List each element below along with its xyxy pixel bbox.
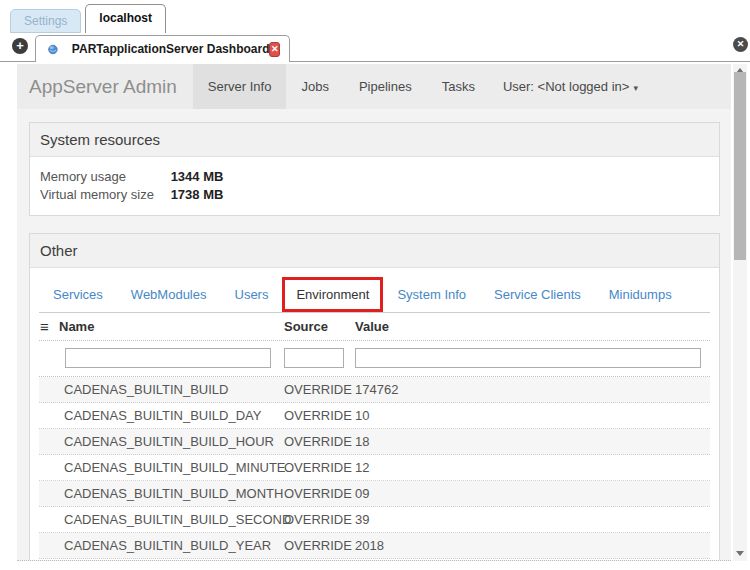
cell-source: OVERRIDE — [284, 533, 352, 558]
scrollbar-thumb[interactable] — [734, 72, 746, 260]
new-tab-button[interactable]: + — [12, 38, 28, 54]
cell-name: CADENAS_BUILTIN_BUILD_YEAR — [64, 533, 271, 558]
cell-source: OVERRIDE — [284, 403, 352, 428]
name-filter-input[interactable] — [65, 348, 271, 368]
cell-value: 2018 — [355, 533, 384, 558]
system-resources-body: Memory usage 1344 MB Virtual memory size… — [30, 157, 719, 215]
chevron-down-icon: ▾ — [633, 83, 638, 93]
nav-item[interactable]: Jobs — [286, 64, 343, 109]
cell-name: CADENAS_BUILTIN_BUILD_MINUTE — [64, 455, 286, 480]
table-row[interactable]: CADENAS_BUILTIN_BUILD_YEAR OVERRIDE 2018 — [39, 533, 710, 559]
other-subtabs: Services WebModules Users Environment Sy… — [39, 277, 710, 313]
admin-header: AppServer Admin Server Info Jobs Pipelin… — [17, 64, 731, 109]
cell-value: 39 — [355, 507, 369, 532]
cell-source: OVERRIDE — [284, 559, 352, 561]
content-area: AppServer Admin Server Info Jobs Pipelin… — [0, 62, 750, 569]
table-row[interactable]: CADENAS_BUILTIN_BUILD_MONTH OVERRIDE 09 — [39, 481, 710, 507]
source-filter-input[interactable] — [284, 348, 344, 368]
nav-item[interactable]: Tasks — [427, 64, 490, 109]
cell-value: 18 — [355, 429, 369, 454]
cell-name: CADENAS_BUILTIN_BUILD_HOUR — [64, 429, 274, 454]
column-header-value[interactable]: Value — [355, 313, 389, 340]
table-row[interactable]: CADENAS_BUILTIN_BUILD_MINUTE OVERRIDE 12 — [39, 455, 710, 481]
resource-label: Virtual memory size — [40, 186, 167, 204]
subtab[interactable]: Environment — [282, 277, 383, 312]
tab-close-icon[interactable]: ✕ — [269, 42, 280, 57]
window-tab[interactable]: Settings — [10, 9, 81, 33]
cell-source: OVERRIDE — [284, 429, 352, 454]
subtab[interactable]: System Info — [383, 277, 480, 312]
scroll-down-icon[interactable] — [736, 551, 744, 556]
dashboard-page: AppServer Admin Server Info Jobs Pipelin… — [17, 64, 731, 561]
cell-name: CADENAS_BUILTIN_BUILD — [64, 377, 228, 402]
other-panel-title: Other — [30, 234, 719, 268]
close-icon[interactable]: ✕ — [733, 37, 748, 52]
dashboard-tab-title: PARTapplicationServer Dashboard — [72, 42, 270, 56]
cell-name: CADENAS_BUILTIN_BUILD_SECOND — [64, 507, 291, 532]
cell-source: OVERRIDE — [284, 507, 352, 532]
globe-icon — [48, 42, 58, 57]
subtab[interactable]: Users — [221, 277, 283, 312]
subtab[interactable]: WebModules — [117, 277, 221, 312]
filter-row — [39, 341, 710, 377]
app-title: AppServer Admin — [29, 76, 177, 98]
cell-value: 174762 — [355, 377, 398, 402]
subtab[interactable]: Service Clients — [480, 277, 595, 312]
window-tab[interactable]: localhost — [85, 4, 166, 33]
user-menu[interactable]: User: <Not logged in>▾ — [503, 64, 638, 109]
system-resources-panel: System resources Memory usage 1344 MB Vi… — [29, 122, 720, 216]
user-menu-label: User: <Not logged in> — [503, 79, 629, 94]
other-panel-body: Services WebModules Users Environment Sy… — [30, 268, 719, 561]
resource-row: Virtual memory size 1738 MB — [40, 186, 709, 204]
cell-source: OVERRIDE — [284, 455, 352, 480]
cell-value: 10 — [355, 403, 369, 428]
resource-value: 1344 MB — [171, 169, 224, 184]
table-row[interactable]: CADENAS_BUILTIN_BUILD_SECOND OVERRIDE 39 — [39, 507, 710, 533]
cell-name: CADENAS_BUILTIN_BUILD_DAY — [64, 403, 261, 428]
resource-label: Memory usage — [40, 168, 167, 186]
screen: Settings localhost + PARTapplicationServ… — [0, 0, 750, 570]
system-resources-title: System resources — [30, 123, 719, 157]
cell-value: 09 — [355, 481, 369, 506]
value-filter-input[interactable] — [355, 348, 701, 368]
environment-table: CADENAS_BUILTIN_BUILD OVERRIDE 174762 CA… — [39, 377, 710, 561]
table-row[interactable]: CADENAS_BUILTIN_BUILD OVERRIDE 174762 — [39, 377, 710, 403]
window-tab-bar: Settings localhost — [0, 0, 750, 33]
vertical-scrollbar[interactable] — [733, 64, 747, 561]
cell-value: 12 — [355, 455, 369, 480]
table-header-row: ≡ Name Source Value — [39, 313, 710, 341]
cell-name: CADENAS_BUILTIN_BUILD_MONTH — [64, 481, 283, 506]
table-row[interactable]: CADENAS_BUILTIN_VER_MAJOR OVERRIDE 11 — [39, 559, 710, 561]
subtab[interactable]: Services — [39, 277, 117, 312]
table-row[interactable]: CADENAS_BUILTIN_BUILD_DAY OVERRIDE 10 — [39, 403, 710, 429]
cell-source: OVERRIDE — [284, 377, 352, 402]
column-header-name[interactable]: Name — [59, 313, 94, 340]
dashboard-tab[interactable]: PARTapplicationServer Dashboard ✕ — [35, 35, 290, 62]
plus-icon: + — [16, 38, 24, 53]
resource-row: Memory usage 1344 MB — [40, 168, 709, 186]
cell-name: CADENAS_BUILTIN_VER_MAJOR — [64, 559, 270, 561]
nav-item[interactable]: Pipelines — [344, 64, 427, 109]
main-nav: Server Info Jobs Pipelines Tasks — [193, 64, 490, 109]
cell-source: OVERRIDE — [284, 481, 352, 506]
table-row[interactable]: CADENAS_BUILTIN_BUILD_HOUR OVERRIDE 18 — [39, 429, 710, 455]
subtab[interactable]: Minidumps — [595, 277, 686, 312]
resource-value: 1738 MB — [171, 187, 224, 202]
other-panel: Other Services WebModules Users Environm… — [29, 233, 720, 561]
column-menu-icon[interactable]: ≡ — [40, 313, 49, 340]
browser-tab-bar: + PARTapplicationServer Dashboard ✕ ✕ — [0, 33, 750, 62]
column-header-source[interactable]: Source — [284, 313, 328, 340]
cell-value: 11 — [355, 559, 369, 561]
nav-item[interactable]: Server Info — [193, 64, 287, 109]
